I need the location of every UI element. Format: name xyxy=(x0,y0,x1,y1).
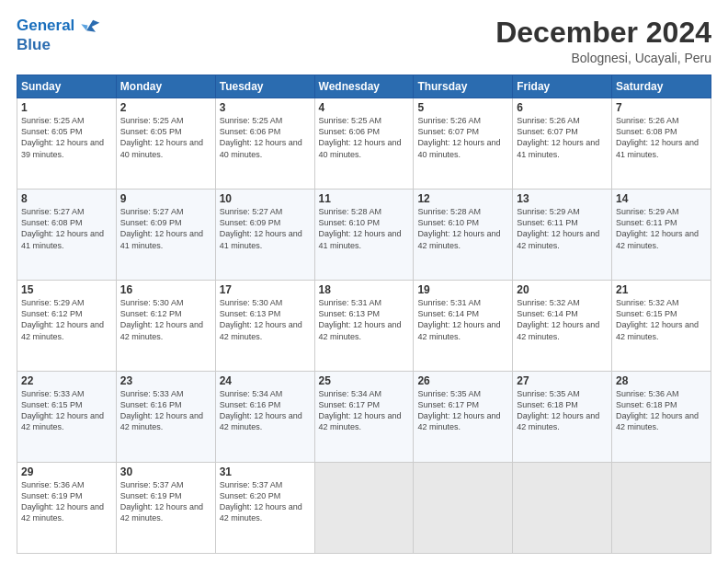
calendar-cell-16: 16Sunrise: 5:30 AMSunset: 6:12 PMDayligh… xyxy=(116,281,215,372)
day-info-18: Sunrise: 5:31 AMSunset: 6:13 PMDaylight:… xyxy=(319,297,410,342)
day-number-28: 28 xyxy=(616,374,707,387)
day-number-2: 2 xyxy=(120,101,211,114)
day-number-7: 7 xyxy=(616,101,707,114)
day-number-24: 24 xyxy=(220,374,311,387)
day-info-1: Sunrise: 5:25 AMSunset: 6:05 PMDaylight:… xyxy=(21,115,112,160)
day-info-28: Sunrise: 5:36 AMSunset: 6:18 PMDaylight:… xyxy=(616,388,707,433)
day-info-9: Sunrise: 5:27 AMSunset: 6:09 PMDaylight:… xyxy=(120,206,211,251)
day-info-2: Sunrise: 5:25 AMSunset: 6:05 PMDaylight:… xyxy=(120,115,211,160)
calendar-cell-empty xyxy=(414,463,513,554)
day-header-sunday: Sunday xyxy=(17,75,117,98)
day-header-tuesday: Tuesday xyxy=(215,75,314,98)
day-header-monday: Monday xyxy=(116,75,215,98)
day-info-4: Sunrise: 5:25 AMSunset: 6:06 PMDaylight:… xyxy=(319,115,410,160)
calendar-cell-7: 7Sunrise: 5:26 AMSunset: 6:08 PMDaylight… xyxy=(612,98,711,190)
day-info-24: Sunrise: 5:34 AMSunset: 6:16 PMDaylight:… xyxy=(220,388,311,433)
day-info-8: Sunrise: 5:27 AMSunset: 6:08 PMDaylight:… xyxy=(21,206,112,251)
day-number-26: 26 xyxy=(417,374,508,387)
day-info-10: Sunrise: 5:27 AMSunset: 6:09 PMDaylight:… xyxy=(220,206,311,251)
calendar-cell-empty xyxy=(314,463,414,554)
day-info-19: Sunrise: 5:31 AMSunset: 6:14 PMDaylight:… xyxy=(417,297,508,342)
calendar-cell-28: 28Sunrise: 5:36 AMSunset: 6:18 PMDayligh… xyxy=(612,372,711,463)
calendar-cell-12: 12Sunrise: 5:28 AMSunset: 6:10 PMDayligh… xyxy=(414,190,513,281)
calendar-cell-14: 14Sunrise: 5:29 AMSunset: 6:11 PMDayligh… xyxy=(612,190,711,281)
day-number-22: 22 xyxy=(21,374,112,387)
day-info-7: Sunrise: 5:26 AMSunset: 6:08 PMDaylight:… xyxy=(616,115,707,160)
calendar-cell-17: 17Sunrise: 5:30 AMSunset: 6:13 PMDayligh… xyxy=(215,281,314,372)
title-block: December 2024 Bolognesi, Ucayali, Peru xyxy=(495,17,711,65)
svg-marker-0 xyxy=(86,19,99,31)
subtitle: Bolognesi, Ucayali, Peru xyxy=(495,51,711,65)
calendar-cell-29: 29Sunrise: 5:36 AMSunset: 6:19 PMDayligh… xyxy=(17,463,117,554)
calendar-cell-8: 8Sunrise: 5:27 AMSunset: 6:08 PMDaylight… xyxy=(17,190,117,281)
day-info-26: Sunrise: 5:35 AMSunset: 6:17 PMDaylight:… xyxy=(417,388,508,433)
calendar-cell-18: 18Sunrise: 5:31 AMSunset: 6:13 PMDayligh… xyxy=(314,281,414,372)
day-info-3: Sunrise: 5:25 AMSunset: 6:06 PMDaylight:… xyxy=(220,115,311,160)
day-info-23: Sunrise: 5:33 AMSunset: 6:16 PMDaylight:… xyxy=(120,388,211,433)
main-title: December 2024 xyxy=(495,17,711,49)
calendar-cell-22: 22Sunrise: 5:33 AMSunset: 6:15 PMDayligh… xyxy=(17,372,117,463)
day-info-12: Sunrise: 5:28 AMSunset: 6:10 PMDaylight:… xyxy=(417,206,508,251)
day-number-29: 29 xyxy=(21,465,112,478)
day-info-11: Sunrise: 5:28 AMSunset: 6:10 PMDaylight:… xyxy=(319,206,410,251)
calendar-cell-31: 31Sunrise: 5:37 AMSunset: 6:20 PMDayligh… xyxy=(215,463,314,554)
calendar-cell-empty xyxy=(612,463,711,554)
calendar-cell-13: 13Sunrise: 5:29 AMSunset: 6:11 PMDayligh… xyxy=(513,190,612,281)
logo-general: General xyxy=(17,17,74,34)
calendar-cell-2: 2Sunrise: 5:25 AMSunset: 6:05 PMDaylight… xyxy=(116,98,215,190)
calendar-cell-26: 26Sunrise: 5:35 AMSunset: 6:17 PMDayligh… xyxy=(414,372,513,463)
day-info-20: Sunrise: 5:32 AMSunset: 6:14 PMDaylight:… xyxy=(517,297,608,342)
calendar-cell-4: 4Sunrise: 5:25 AMSunset: 6:06 PMDaylight… xyxy=(314,98,414,190)
calendar-cell-5: 5Sunrise: 5:26 AMSunset: 6:07 PMDaylight… xyxy=(414,98,513,190)
day-number-5: 5 xyxy=(417,101,508,114)
day-number-3: 3 xyxy=(220,101,311,114)
calendar-cell-15: 15Sunrise: 5:29 AMSunset: 6:12 PMDayligh… xyxy=(17,281,117,372)
day-info-25: Sunrise: 5:34 AMSunset: 6:17 PMDaylight:… xyxy=(319,388,410,433)
day-header-saturday: Saturday xyxy=(612,75,711,98)
logo: General Blue xyxy=(17,17,101,53)
day-info-5: Sunrise: 5:26 AMSunset: 6:07 PMDaylight:… xyxy=(417,115,508,160)
day-number-8: 8 xyxy=(21,192,112,205)
calendar-cell-3: 3Sunrise: 5:25 AMSunset: 6:06 PMDaylight… xyxy=(215,98,314,190)
day-info-6: Sunrise: 5:26 AMSunset: 6:07 PMDaylight:… xyxy=(517,115,608,160)
day-number-11: 11 xyxy=(319,192,410,205)
calendar-cell-23: 23Sunrise: 5:33 AMSunset: 6:16 PMDayligh… xyxy=(116,372,215,463)
calendar-week-3: 15Sunrise: 5:29 AMSunset: 6:12 PMDayligh… xyxy=(17,281,711,372)
calendar-cell-19: 19Sunrise: 5:31 AMSunset: 6:14 PMDayligh… xyxy=(414,281,513,372)
day-number-21: 21 xyxy=(616,283,707,296)
day-info-14: Sunrise: 5:29 AMSunset: 6:11 PMDaylight:… xyxy=(616,206,707,251)
calendar-week-4: 22Sunrise: 5:33 AMSunset: 6:15 PMDayligh… xyxy=(17,372,711,463)
day-number-31: 31 xyxy=(220,465,311,478)
calendar-cell-10: 10Sunrise: 5:27 AMSunset: 6:09 PMDayligh… xyxy=(215,190,314,281)
calendar-cell-21: 21Sunrise: 5:32 AMSunset: 6:15 PMDayligh… xyxy=(612,281,711,372)
day-number-27: 27 xyxy=(517,374,608,387)
day-number-20: 20 xyxy=(517,283,608,296)
day-info-22: Sunrise: 5:33 AMSunset: 6:15 PMDaylight:… xyxy=(21,388,112,433)
day-info-31: Sunrise: 5:37 AMSunset: 6:20 PMDaylight:… xyxy=(220,479,311,524)
day-number-18: 18 xyxy=(319,283,410,296)
day-header-friday: Friday xyxy=(513,75,612,98)
calendar-cell-11: 11Sunrise: 5:28 AMSunset: 6:10 PMDayligh… xyxy=(314,190,414,281)
day-info-16: Sunrise: 5:30 AMSunset: 6:12 PMDaylight:… xyxy=(120,297,211,342)
day-number-19: 19 xyxy=(417,283,508,296)
calendar-week-2: 8Sunrise: 5:27 AMSunset: 6:08 PMDaylight… xyxy=(17,190,711,281)
day-number-1: 1 xyxy=(21,101,112,114)
day-number-17: 17 xyxy=(220,283,311,296)
svg-marker-1 xyxy=(81,24,87,30)
day-number-14: 14 xyxy=(616,192,707,205)
day-number-13: 13 xyxy=(517,192,608,205)
calendar-cell-9: 9Sunrise: 5:27 AMSunset: 6:09 PMDaylight… xyxy=(116,190,215,281)
day-info-17: Sunrise: 5:30 AMSunset: 6:13 PMDaylight:… xyxy=(220,297,311,342)
day-info-29: Sunrise: 5:36 AMSunset: 6:19 PMDaylight:… xyxy=(21,479,112,524)
calendar-week-1: 1Sunrise: 5:25 AMSunset: 6:05 PMDaylight… xyxy=(17,98,711,190)
calendar-week-5: 29Sunrise: 5:36 AMSunset: 6:19 PMDayligh… xyxy=(17,463,711,554)
day-number-16: 16 xyxy=(120,283,211,296)
day-number-15: 15 xyxy=(21,283,112,296)
header: General Blue December 2024 Bolognesi, Uc… xyxy=(17,17,711,65)
day-of-week-header-row: SundayMondayTuesdayWednesdayThursdayFrid… xyxy=(17,75,711,98)
day-number-12: 12 xyxy=(417,192,508,205)
calendar-cell-20: 20Sunrise: 5:32 AMSunset: 6:14 PMDayligh… xyxy=(513,281,612,372)
day-info-13: Sunrise: 5:29 AMSunset: 6:11 PMDaylight:… xyxy=(517,206,608,251)
calendar-cell-empty xyxy=(513,463,612,554)
day-number-25: 25 xyxy=(319,374,410,387)
